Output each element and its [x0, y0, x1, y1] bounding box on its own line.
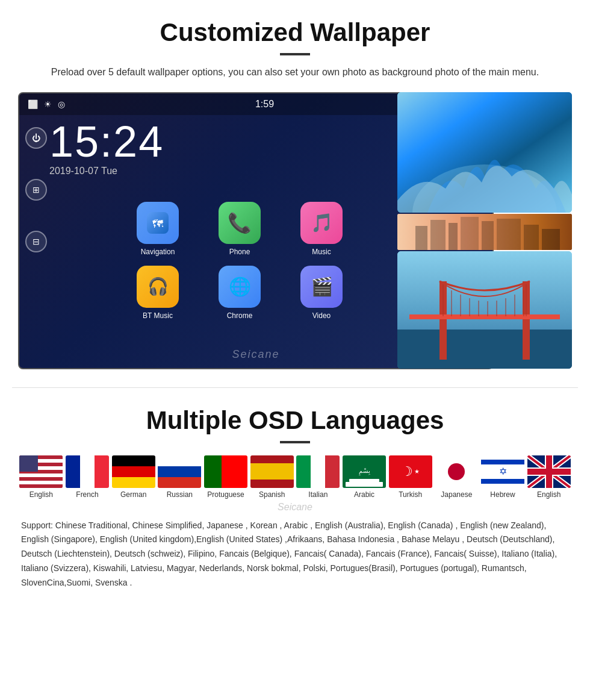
video-label: Video	[312, 311, 331, 320]
flag-turkey: ☽ ★	[389, 455, 432, 488]
wallpaper-building[interactable]	[397, 214, 572, 250]
flag-spain	[250, 455, 294, 488]
section-divider	[12, 387, 578, 388]
flag-label-italian: Italian	[308, 490, 328, 499]
big-clock: 15:24	[49, 120, 402, 163]
flag-italy	[296, 455, 340, 488]
flag-label-russian: Russian	[167, 490, 193, 499]
flag-item-german[interactable]: German	[110, 455, 157, 499]
phone-icon: 📞	[219, 202, 261, 244]
grid-button[interactable]: ⊞	[25, 179, 47, 201]
svg-rect-11	[524, 225, 539, 250]
svg-rect-5	[415, 226, 427, 250]
flag-item-arabic[interactable]: بِسْمِ Arabic	[341, 455, 388, 499]
svg-rect-39	[546, 455, 552, 488]
flag-item-russian[interactable]: Russian	[157, 455, 203, 499]
svg-rect-14	[397, 330, 572, 369]
flag-label-french: French	[76, 490, 98, 499]
flag-germany	[112, 455, 155, 488]
svg-text:🗺: 🗺	[152, 218, 163, 230]
home-icon: ⬜	[28, 99, 38, 109]
section2-title: Multiple OSD Languages	[18, 406, 572, 435]
app-music[interactable]: 🎵 Music	[285, 202, 358, 256]
flag-item-italian[interactable]: Italian	[295, 455, 341, 499]
flag-label-turkish: Turkish	[399, 490, 422, 499]
flag-israel: ✡	[481, 455, 524, 488]
svg-rect-9	[482, 221, 494, 250]
nav-label: Navigation	[141, 248, 175, 256]
svg-rect-7	[449, 223, 458, 250]
flag-japan	[435, 455, 478, 488]
app-navigation[interactable]: 🗺 Navigation	[122, 202, 194, 256]
clock-area: 15:24 2019-10-07 Tue	[49, 120, 402, 177]
flag-label-german: German	[120, 490, 146, 499]
brightness-icon: ☀	[44, 99, 52, 109]
flag-item-spanish[interactable]: Spanish	[249, 455, 295, 499]
app-video[interactable]: 🎬 Video	[285, 266, 358, 320]
svg-text:بِسْمِ: بِسْمِ	[359, 467, 370, 476]
date-line: 2019-10-07 Tue	[49, 166, 402, 177]
gps-icon: ◎	[58, 99, 65, 109]
flag-saudi: بِسْمِ	[343, 455, 386, 488]
flag-item-french[interactable]: French	[64, 455, 111, 499]
flag-france	[66, 455, 109, 488]
video-icon: 🎬	[300, 266, 343, 308]
flag-label-english: English	[30, 490, 53, 499]
music-label: Music	[312, 248, 331, 256]
flag-label-english-uk: English	[537, 490, 560, 499]
wallpaper-thumbnails	[397, 92, 572, 369]
flag-item-turkish[interactable]: ☽ ★ Turkish	[387, 455, 433, 499]
flag-item-portuguese[interactable]: Protuguese	[203, 455, 249, 499]
app-phone[interactable]: 📞 Phone	[203, 202, 276, 256]
app-chrome[interactable]: 🌐 Chrome	[203, 266, 276, 320]
languages-section: Multiple OSD Languages English	[12, 406, 578, 590]
app-bt-music[interactable]: 🎧 BT Music	[122, 266, 194, 320]
flag-label-japanese: Japanese	[441, 490, 472, 499]
chrome-icon: 🌐	[219, 266, 261, 308]
flag-item-english-usa[interactable]: English	[18, 455, 64, 499]
nav-icon: 🗺	[137, 202, 179, 244]
page-wrapper: Customized Wallpaper Preload over 5 defa…	[0, 0, 590, 602]
phone-label: Phone	[229, 248, 250, 256]
section1-title: Customized Wallpaper	[12, 18, 578, 47]
svg-rect-17	[409, 314, 560, 319]
bt-label: BT Music	[143, 311, 173, 320]
power-button[interactable]: ⏻	[25, 127, 47, 149]
flag-item-hebrew[interactable]: ✡ Hebrew	[480, 455, 526, 499]
title-divider-1	[280, 53, 310, 55]
flag-item-japanese[interactable]: Japanese	[433, 455, 480, 499]
flag-label-spanish: Spanish	[259, 490, 285, 499]
wallpaper-bridge[interactable]	[397, 251, 572, 369]
svg-rect-12	[542, 229, 560, 250]
status-time: 1:59	[255, 99, 274, 110]
chrome-label: Chrome	[227, 311, 253, 320]
left-controls: ⏻ ⊞ ⊟	[19, 115, 49, 368]
section2-watermark: Seicane	[18, 502, 572, 513]
bt-icon: 🎧	[137, 266, 179, 308]
music-app-icon: 🎵	[300, 202, 343, 244]
flag-usa	[19, 455, 63, 488]
wallpaper-demo: ⬜ ☀ ◎ 1:59 ▭ ↩ ⏻ ⊞ ⊟	[18, 92, 572, 369]
ice-cave-image	[397, 92, 572, 213]
flag-label-portuguese: Protuguese	[207, 490, 244, 499]
flag-label-hebrew: Hebrew	[490, 490, 515, 499]
flag-label-arabic: Arabic	[354, 490, 374, 499]
flag-russia	[158, 455, 201, 488]
title-divider-2	[280, 441, 310, 443]
flag-uk	[527, 455, 571, 488]
flag-portugal	[204, 455, 247, 488]
wallpaper-ice-cave[interactable]	[397, 92, 572, 213]
support-text: Support: Chinese Traditional, Chinese Si…	[18, 519, 572, 590]
svg-rect-10	[497, 219, 521, 250]
svg-rect-8	[461, 217, 479, 250]
section1-subtitle: Preload over 5 default wallpaper options…	[12, 64, 578, 80]
status-left: ⬜ ☀ ◎	[28, 99, 65, 109]
svg-rect-30	[349, 479, 379, 482]
screen-watermark: Seicane	[232, 348, 279, 361]
flags-row: English French	[18, 455, 572, 499]
svg-rect-6	[430, 220, 446, 250]
flag-item-english-uk[interactable]: English	[526, 455, 572, 499]
equalizer-button[interactable]: ⊟	[25, 231, 47, 252]
